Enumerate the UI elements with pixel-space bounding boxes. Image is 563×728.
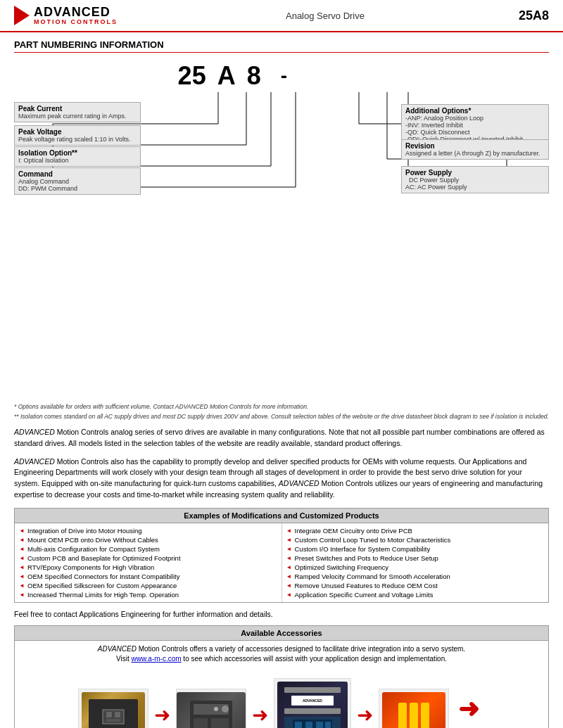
product-shunt-regulators: Shunt Regulators [176, 689, 246, 729]
arrow-to-motor: ➜ [458, 694, 479, 724]
examples-table: Examples of Modifications and Customized… [14, 508, 549, 603]
svg-rect-28 [211, 718, 229, 728]
list-item: Multi-axis Configuration for Compact Sys… [19, 544, 277, 554]
accessories-section: Available Accessories ADVANCED Motion Co… [14, 625, 549, 729]
body-para1: ADVANCED Motion Controls analog series o… [14, 427, 549, 449]
product-title: Analog Servo Drive [118, 11, 519, 21]
footnote2: ** Isolation comes standard on all AC su… [14, 413, 549, 420]
main-content: PART NUMBERING INFORMATION 25 A 8 - [0, 32, 563, 728]
product-model: 25A8 [519, 8, 549, 23]
power-supplies-image [78, 689, 148, 729]
logo-text: ADVANCED MOTION CONTROLS [34, 6, 118, 25]
product-filter-cards: Filter Cards [379, 689, 449, 729]
svg-rect-23 [115, 712, 120, 717]
list-item: Optimized Switching Frequency [286, 563, 545, 572]
svg-rect-33 [305, 722, 312, 728]
section-part-numbering: PART NUMBERING INFORMATION [14, 39, 549, 53]
list-item: Mount OEM PCB onto Drive Without Cables [19, 535, 277, 544]
feel-free-text: Feel free to contact Applications Engine… [14, 610, 549, 618]
drive-image: ADVANCED [274, 678, 351, 729]
logo-triangle-icon [14, 6, 30, 25]
pn-char3: 8 [247, 63, 261, 89]
list-item: Preset Switches and Pots to Reduce User … [286, 554, 545, 563]
accessories-header: Available Accessories [15, 626, 548, 641]
product-drive: ADVANCED [274, 678, 351, 729]
examples-table-body: Integration of Drive into Motor Housing … [15, 523, 548, 602]
label-peak-voltage: Peak Voltage Peak voltage rating scaled … [14, 125, 141, 146]
arrow-sr-to-drive: ➜ [252, 703, 268, 727]
list-item: RTV/Epoxy Components for High Vibration [19, 563, 277, 572]
body-section: ADVANCED Motion Controls analog series o… [14, 427, 549, 501]
list-item: Custom I/O Interface for System Compatib… [286, 544, 545, 554]
svg-point-30 [214, 707, 218, 711]
list-item: Integration of Drive into Motor Housing [19, 526, 277, 535]
pn-dash: - [281, 65, 287, 87]
pn-blank1 [296, 65, 312, 87]
product-power-supplies: Power Supplies [78, 689, 148, 729]
drive-graphic: ADVANCED [277, 682, 348, 729]
to-motor-section: ➜ To Motor [453, 694, 485, 729]
list-item: Increased Thermal Limits for High Temp. … [19, 590, 277, 599]
svg-rect-22 [106, 712, 112, 717]
pn-char1: 25 [178, 63, 206, 89]
accessories-text: ADVANCED Motion Controls offers a variet… [15, 641, 548, 668]
arrow-ps-to-sr: ➜ [154, 703, 170, 727]
label-peak-current: Peak Current Maximum peak current rating… [14, 102, 141, 122]
label-power-supply: Power Supply DC Power SupplyAC: AC Power… [401, 166, 549, 193]
list-item: Remove Unused Features to Reduce OEM Cos… [286, 581, 545, 590]
products-row: Power Supplies ➜ [15, 668, 548, 729]
accessories-website-link[interactable]: www.a-m-c.com [131, 655, 181, 663]
filter-cards-image [379, 689, 449, 729]
label-isolation: Isolation Option** I: Optical Isolation [14, 146, 141, 167]
pn-blank4 [370, 65, 386, 87]
svg-rect-35 [325, 722, 331, 728]
page-header: ADVANCED MOTION CONTROLS Analog Servo Dr… [0, 0, 563, 32]
part-number-diagram: 25 A 8 - [14, 63, 549, 420]
footnote1: * Options available for orders with suff… [14, 403, 549, 410]
list-item: OEM Specified Silkscreen for Custom Appe… [19, 581, 277, 590]
list-item: Application Specific Current and Voltage… [286, 590, 545, 599]
svg-point-29 [222, 705, 229, 713]
ps-inner [89, 699, 138, 729]
ps-graphic [82, 692, 145, 729]
list-item: OEM Specified Connectors for Instant Com… [19, 572, 277, 581]
label-revision: Revision Assigned a letter (A through Z)… [401, 139, 549, 160]
examples-table-header: Examples of Modifications and Customized… [15, 509, 548, 523]
pn-blank3 [346, 65, 362, 87]
examples-col1: Integration of Drive into Motor Housing … [15, 523, 282, 602]
pn-char2: A [217, 63, 236, 89]
svg-rect-24 [106, 719, 120, 722]
svg-rect-34 [316, 722, 323, 728]
list-item: Ramped Velocity Command for Smooth Accel… [286, 572, 545, 581]
footnotes: * Options available for orders with suff… [14, 403, 549, 420]
examples-list2: Integrate OEM Circuitry onto Drive PCB C… [286, 526, 545, 599]
list-item: Custom PCB and Baseplate for Optimized F… [19, 554, 277, 563]
svg-rect-27 [194, 718, 208, 728]
label-command: Command Analog CommandDD: PWM Command [14, 167, 141, 195]
logo-advanced: ADVANCED [34, 6, 118, 18]
pn-blank2 [320, 65, 336, 87]
list-item: Custom Control Loop Tuned to Motor Chara… [286, 535, 545, 544]
examples-list1: Integration of Drive into Motor Housing … [19, 526, 277, 599]
list-item: Integrate OEM Circuitry onto Drive PCB [286, 526, 545, 535]
body-para2: ADVANCED Motion Controls also has the ca… [14, 456, 549, 501]
sr-graphic [177, 692, 246, 729]
logo: ADVANCED MOTION CONTROLS [14, 6, 118, 25]
examples-col2: Integrate OEM Circuitry onto Drive PCB C… [282, 523, 549, 602]
logo-motion: MOTION CONTROLS [34, 18, 118, 25]
fc-graphic [382, 692, 445, 729]
shunt-regulators-image [176, 689, 246, 729]
svg-rect-32 [295, 722, 302, 728]
arrow-drive-to-fc: ➜ [357, 703, 373, 727]
